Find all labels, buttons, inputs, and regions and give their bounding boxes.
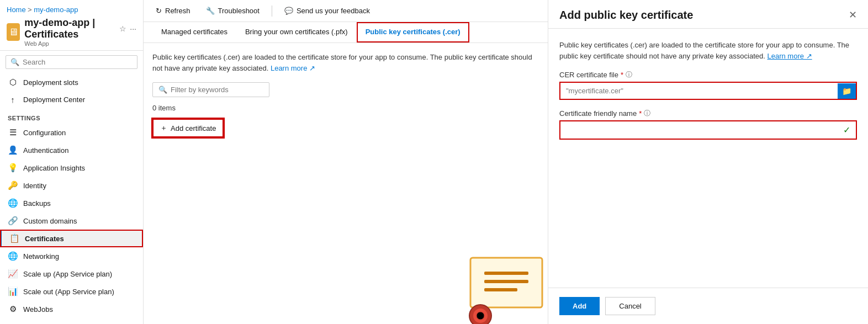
main-content: ↻ Refresh 🔧 Troubleshoot 💬 Send us your … <box>144 0 548 324</box>
sidebar-item-label: Certificates <box>25 235 64 243</box>
sidebar-item-webjobs[interactable]: ⚙ WebJobs <box>0 300 143 318</box>
networking-icon: 🌐 <box>8 251 18 261</box>
page-description: Public key certificates (.cer) are loade… <box>152 52 539 73</box>
svg-point-6 <box>477 312 484 320</box>
filter-input[interactable] <box>171 86 263 94</box>
troubleshoot-icon: 🔧 <box>206 7 215 15</box>
friendly-name-input[interactable]: Contoso <box>560 122 838 138</box>
tab-cer[interactable]: Public key certificates (.cer) <box>357 22 469 43</box>
app-subtitle: Web App <box>24 40 136 47</box>
scale-out-icon: 📊 <box>8 286 18 296</box>
sidebar-item-configuration[interactable]: ☰ Configuration <box>0 124 143 141</box>
scale-up-icon: 📈 <box>8 269 18 279</box>
sidebar-item-deployment-center[interactable]: ↑ Deployment Center <box>0 91 143 108</box>
filter-icon: 🔍 <box>158 86 167 94</box>
configuration-icon: ☰ <box>8 128 18 137</box>
filter-bar: 🔍 <box>152 82 539 97</box>
favorite-icon[interactable]: ☆ <box>119 24 126 33</box>
sidebar-item-label: Backups <box>23 199 51 208</box>
close-panel-button[interactable]: ✕ <box>849 9 857 21</box>
panel-learn-more-link[interactable]: Learn more ↗ <box>768 52 812 60</box>
application-insights-icon: 💡 <box>8 163 18 173</box>
sidebar-item-backups[interactable]: 🌐 Backups <box>0 194 143 212</box>
sidebar-item-networking[interactable]: 🌐 Networking <box>0 247 143 265</box>
required-star-2: * <box>639 109 642 118</box>
app-title-row: 🖥 my-demo-app | Certificates ☆ ··· Web A… <box>7 17 136 47</box>
feedback-icon: 💬 <box>284 7 293 15</box>
svg-rect-2 <box>484 280 528 283</box>
panel-body: Public key certificates (.cer) are loade… <box>548 29 868 288</box>
sidebar-item-label: WebJobs <box>23 305 53 314</box>
deployment-center-icon: ↑ <box>8 95 18 104</box>
refresh-button[interactable]: ↻ Refresh <box>152 4 194 17</box>
identity-icon: 🔑 <box>8 180 18 190</box>
content-area: Public key certificates (.cer) are loade… <box>144 43 548 324</box>
sidebar-item-application-insights[interactable]: 💡 Application Insights <box>0 159 143 177</box>
settings-section-label: Settings <box>0 108 143 124</box>
tab-managed[interactable]: Managed certificates <box>152 22 236 43</box>
troubleshoot-button[interactable]: 🔧 Troubleshoot <box>203 4 263 17</box>
sidebar-item-authentication[interactable]: 👤 Authentication <box>0 141 143 159</box>
certificate-illustration <box>459 252 548 324</box>
sidebar-item-certificates[interactable]: 📋 Certificates <box>0 230 143 247</box>
cancel-button[interactable]: Cancel <box>605 297 655 315</box>
tab-pfx[interactable]: Bring your own certificates (.pfx) <box>236 22 357 43</box>
sidebar-item-scale-up[interactable]: 📈 Scale up (App Service plan) <box>0 265 143 283</box>
cert-svg <box>459 252 548 324</box>
panel-description: Public key certificates (.cer) are loade… <box>559 40 857 61</box>
item-count: 0 items <box>152 104 539 112</box>
cer-file-input-box: "mycertificate.cer" 📁 <box>559 82 857 100</box>
sidebar-item-label: Scale up (App Service plan) <box>23 270 112 278</box>
backups-icon: 🌐 <box>8 198 18 208</box>
sidebar-item-scale-out[interactable]: 📊 Scale out (App Service plan) <box>0 283 143 300</box>
learn-more-link[interactable]: Learn more ↗ <box>271 64 315 72</box>
authentication-icon: 👤 <box>8 145 18 155</box>
sidebar-item-label: Identity <box>23 182 46 190</box>
custom-domains-icon: 🔗 <box>8 216 18 226</box>
filter-input-box[interactable]: 🔍 <box>152 82 269 97</box>
search-input[interactable] <box>23 58 133 66</box>
webjobs-icon: ⚙ <box>8 304 18 314</box>
cer-file-label: CER certificate file * ⓘ <box>559 70 857 79</box>
sidebar-item-label: Deployment Center <box>23 95 85 104</box>
sidebar: Home > my-demo-app 🖥 my-demo-app | Certi… <box>0 0 144 324</box>
sidebar-item-label: Scale out (App Service plan) <box>23 288 114 296</box>
app-name: my-demo-app | Certificates <box>24 17 116 40</box>
breadcrumb-home[interactable]: Home <box>7 6 26 14</box>
sidebar-item-label: Custom domains <box>23 217 77 225</box>
required-star: * <box>621 71 623 79</box>
refresh-label: Refresh <box>165 7 190 15</box>
certificates-icon: 📋 <box>9 233 19 243</box>
feedback-button[interactable]: 💬 Send us your feedback <box>281 4 373 17</box>
svg-rect-1 <box>484 272 528 275</box>
panel-header: Add public key certificate ✕ <box>548 0 868 29</box>
svg-rect-3 <box>484 288 517 291</box>
add-button-label: Add certificate <box>171 124 216 132</box>
cer-file-input[interactable]: "mycertificate.cer" <box>560 83 838 99</box>
tabs: Managed certificates Bring your own cert… <box>144 22 548 43</box>
toolbar-separator <box>272 6 272 17</box>
sidebar-item-label: Application Insights <box>23 164 85 172</box>
sidebar-item-label: Configuration <box>23 129 66 137</box>
toolbar: ↻ Refresh 🔧 Troubleshoot 💬 Send us your … <box>144 0 548 22</box>
app-icon: 🖥 <box>7 23 20 41</box>
more-options-icon[interactable]: ··· <box>130 24 136 33</box>
search-box[interactable]: 🔍 <box>6 55 137 69</box>
search-icon: 🔍 <box>10 58 19 66</box>
file-picker-icon[interactable]: 📁 <box>838 83 856 99</box>
sidebar-item-label: Deployment slots <box>23 78 78 87</box>
breadcrumb-app[interactable]: my-demo-app <box>34 6 78 14</box>
friendly-name-input-box: Contoso ✓ <box>559 120 857 140</box>
sidebar-item-label: Networking <box>23 252 59 261</box>
add-certificate-button[interactable]: ＋ Add certificate <box>152 119 224 137</box>
breadcrumb: Home > my-demo-app <box>7 6 136 14</box>
info-icon[interactable]: ⓘ <box>626 70 632 79</box>
sidebar-item-deployment-slots[interactable]: ⬡ Deployment slots <box>0 73 143 91</box>
feedback-label: Send us your feedback <box>297 7 370 15</box>
side-panel: Add public key certificate ✕ Public key … <box>548 0 868 324</box>
info-icon-2[interactable]: ⓘ <box>644 109 650 118</box>
sidebar-item-identity[interactable]: 🔑 Identity <box>0 177 143 194</box>
sidebar-item-custom-domains[interactable]: 🔗 Custom domains <box>0 212 143 230</box>
add-button[interactable]: Add <box>559 297 600 315</box>
deployment-slots-icon: ⬡ <box>8 77 18 87</box>
